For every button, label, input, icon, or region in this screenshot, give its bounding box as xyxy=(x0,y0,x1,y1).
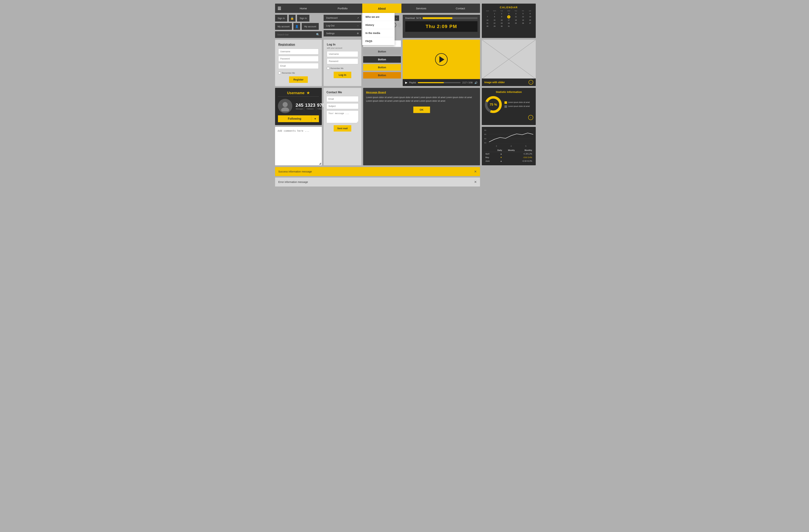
button-dark[interactable]: Botton xyxy=(363,56,401,63)
image-slider-next[interactable]: › xyxy=(529,80,533,85)
search-input[interactable] xyxy=(275,31,314,38)
reg-username-input[interactable] xyxy=(278,49,319,54)
login-block: Log In with your account Remember Me Log… xyxy=(324,40,361,86)
logout-button[interactable]: Log Out → xyxy=(324,22,361,29)
donut-percentage: 75 % xyxy=(489,103,497,107)
image-placeholder-lines xyxy=(482,40,536,79)
dropdown-item-faqs[interactable]: FAQS xyxy=(362,37,395,45)
dashboard-section: Dashboard ↗ Log Out → Settings ⚙ xyxy=(324,15,361,38)
dropdown-item-who-we-are[interactable]: Who we are xyxy=(362,13,395,21)
login-password-input[interactable] xyxy=(327,58,358,64)
trend-down-icon-may: ▼ xyxy=(500,156,502,158)
user-icon: 👤 xyxy=(293,23,300,30)
myaccount-row: My account 👤 My account xyxy=(275,23,322,30)
reg-password-input[interactable] xyxy=(278,56,319,61)
button-yellow[interactable]: Botton xyxy=(363,64,401,71)
myaccount-button-1[interactable]: My account xyxy=(275,23,292,30)
user-info-row: 245 Messages 1323 Followers 976 Followin… xyxy=(278,99,319,113)
calendar-title: CALENDAR xyxy=(484,6,534,9)
login-subtitle: with your account xyxy=(327,47,358,49)
ok-button[interactable]: OK xyxy=(413,107,430,113)
dropdown-item-in-the-media[interactable]: In the media xyxy=(362,29,395,37)
trend-up-icon-april: ▲ xyxy=(500,153,502,155)
following-button[interactable]: Following xyxy=(278,116,311,122)
dashboard-button[interactable]: Dashboard ↗ xyxy=(324,15,361,21)
button-gray[interactable]: Botton xyxy=(363,48,401,55)
success-message-text: Success information message xyxy=(278,170,312,173)
chart-table: Daily Weekly Monthly April ▲ +1.9/1.2% M… xyxy=(484,148,533,163)
video-progress-bar[interactable] xyxy=(418,82,461,83)
reg-remember-row: Remember Me xyxy=(278,72,319,74)
chart-x-labels: 3 4 5 xyxy=(484,145,533,147)
table-row-may: May ▼ -0.6/-3.4% xyxy=(484,156,533,159)
send-mail-button[interactable]: Sent mail xyxy=(334,125,351,131)
user-star-icon: ★ xyxy=(307,91,310,95)
alerts-section: Success information message ✕ Error info… xyxy=(275,167,480,187)
dot-gray[interactable] xyxy=(397,23,401,27)
error-message-text: Error information message xyxy=(278,181,308,183)
user-profile-block: Username ★ 245 Messages 1323 Followers xyxy=(275,88,322,125)
nav-item-home[interactable]: Home xyxy=(284,4,323,13)
contact-message-input[interactable] xyxy=(326,110,359,123)
video-controls: ▶ Playlist 2:17 / 3:56 🔊 xyxy=(403,79,480,86)
registration-title: Registration xyxy=(278,43,319,46)
nav-item-portfolio[interactable]: Portfolio xyxy=(323,4,362,13)
reg-remember-checkbox[interactable] xyxy=(278,72,281,74)
error-close-button[interactable]: ✕ xyxy=(474,180,477,184)
play-control-icon[interactable]: ▶ xyxy=(405,81,407,84)
button-orange[interactable]: Botton xyxy=(363,72,401,78)
search-button[interactable]: 🔍 xyxy=(314,31,322,38)
calendar-grid: 1 2 3 4 5 6 7 8 9 10 11 12 13 14 15 16 1… xyxy=(484,12,534,28)
settings-button[interactable]: Settings ⚙ xyxy=(324,30,361,36)
time-section: Download 54 % Thu 2:09 PM xyxy=(403,15,480,38)
hamburger-menu[interactable] xyxy=(275,4,284,13)
playlist-label: Playlist xyxy=(409,82,416,84)
error-message: Error information message ✕ xyxy=(275,178,480,187)
myaccount-button-2[interactable]: My account xyxy=(302,23,319,30)
table-row-june: June ▲ +2.6/+6.3% xyxy=(484,159,533,163)
download-row: Download 54 % xyxy=(405,17,478,19)
registration-block: Registration Remember Me Register xyxy=(275,40,322,86)
download-percent: 54 % xyxy=(416,17,421,19)
svg-point-3 xyxy=(282,102,288,107)
contact-block: Contact Me Sent mail xyxy=(324,88,361,165)
dropdown-item-history[interactable]: History xyxy=(362,21,395,29)
user-action-row: Following ▼ xyxy=(278,116,319,122)
stat-next-button[interactable]: › xyxy=(528,115,533,120)
login-button[interactable]: Log In xyxy=(334,72,351,78)
signin-button-2[interactable]: Sign In xyxy=(297,15,309,21)
line-chart-block: B6 B5 B4 B3 3 4 5 xyxy=(482,127,536,165)
lock-icon: 🔒 xyxy=(289,15,295,21)
login-remember-checkbox[interactable] xyxy=(327,67,329,70)
video-player: ▶ Playlist 2:17 / 3:56 🔊 xyxy=(403,40,480,86)
calendar-today[interactable]: 10 xyxy=(507,15,511,18)
chart-area: B6 B5 B4 B3 xyxy=(484,129,533,144)
success-close-button[interactable]: ✕ xyxy=(474,170,477,174)
register-button[interactable]: Register xyxy=(289,76,308,83)
legend-gray-box xyxy=(504,105,507,108)
nav-dropdown: Who we are History In the media FAQS xyxy=(362,13,395,45)
svg-point-4 xyxy=(281,107,289,111)
comments-block xyxy=(275,127,322,165)
image-slider-block: Image with slider › xyxy=(482,40,536,86)
nav-item-contact[interactable]: Contact xyxy=(441,4,480,13)
login-username-input[interactable] xyxy=(327,51,358,57)
contact-title: Contact Me xyxy=(326,91,359,94)
video-time: 2:17 / 3:56 xyxy=(462,82,472,84)
signin-button-1[interactable]: Sign In xyxy=(275,15,287,21)
reg-email-input[interactable] xyxy=(278,63,319,69)
dropdown-arrow-button[interactable]: ▼ xyxy=(311,116,319,122)
followers-stat: 1323 Followers xyxy=(304,102,316,110)
nav-item-about[interactable]: About Who we are History In the media FA… xyxy=(362,4,401,13)
success-message: Success information message ✕ xyxy=(275,167,480,176)
message-board-title: Message Board xyxy=(366,91,477,94)
image-slider-label: Image with slider xyxy=(484,81,505,84)
volume-icon[interactable]: 🔊 xyxy=(475,81,478,84)
resize-handle-icon xyxy=(319,162,321,164)
comments-textarea[interactable] xyxy=(278,129,319,163)
play-button[interactable] xyxy=(435,53,448,66)
nav-item-services[interactable]: Services xyxy=(401,4,441,13)
download-label: Download xyxy=(405,17,415,19)
contact-subject-input[interactable] xyxy=(326,103,359,109)
contact-email-input[interactable] xyxy=(326,96,359,102)
